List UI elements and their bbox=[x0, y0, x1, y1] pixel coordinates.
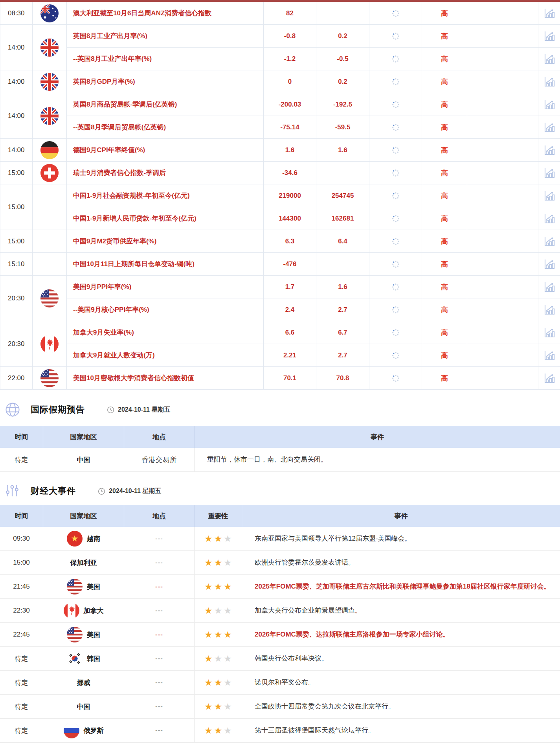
chart-cell bbox=[538, 344, 560, 366]
econ-calendar-row: 中国9月M2货币供应年率(%) 6.3 6.4 高 bbox=[67, 230, 560, 252]
star-filled-icon: ★ bbox=[214, 558, 222, 567]
econ-event-name[interactable]: 英国8月商品贸易帐-季调后(亿英镑) bbox=[67, 93, 264, 116]
event-description: 全国政协十四届常委会第九次会议在北京举行。 bbox=[242, 695, 560, 718]
event-location: --- bbox=[124, 719, 195, 742]
empty-cell bbox=[467, 162, 538, 184]
chart-cell bbox=[538, 207, 560, 230]
tune-sliders-icon bbox=[5, 483, 20, 499]
econ-calendar-group: 15:00 中国9月M2货币供应年率(%) 6.3 6.4 高 bbox=[0, 230, 560, 253]
loading-spinner-icon bbox=[391, 123, 400, 132]
econ-event-name[interactable]: 加拿大9月就业人数变动(万) bbox=[67, 344, 264, 366]
spinner-cell bbox=[369, 184, 422, 207]
bar-chart-icon[interactable] bbox=[543, 303, 556, 317]
spinner-cell bbox=[369, 344, 422, 366]
econ-event-name[interactable]: --美国9月核心PPI年率(%) bbox=[67, 298, 264, 321]
importance-badge: 高 bbox=[422, 162, 467, 184]
forecast-value: 0.2 bbox=[316, 25, 369, 47]
event-description: 2025年FOMC票委、芝加哥联储主席古尔斯比和美联储理事鲍曼参加第18届社区银… bbox=[242, 575, 560, 598]
econ-event-name[interactable]: 美国10月密歇根大学消费者信心指数初值 bbox=[67, 367, 264, 389]
flag-cell bbox=[33, 276, 67, 321]
actual-value: 0 bbox=[264, 70, 316, 93]
empty-cell bbox=[467, 48, 538, 70]
econ-calendar-row: 德国9月CPI年率终值(%) 1.6 1.6 高 bbox=[67, 139, 560, 161]
bar-chart-icon[interactable] bbox=[543, 258, 556, 271]
flag-cell bbox=[33, 184, 67, 230]
event-row: 09:30 越南 --- ★★★ 东南亚国家与美国领导人举行第12届东盟-美国峰… bbox=[0, 527, 560, 551]
event-time: 15:00 bbox=[0, 551, 43, 574]
date-text: 2024-10-11 星期五 bbox=[109, 487, 161, 495]
forecast-value: -192.5 bbox=[316, 93, 369, 116]
flag-cell bbox=[33, 25, 67, 70]
header-time: 时间 bbox=[0, 505, 43, 527]
bar-chart-icon[interactable] bbox=[543, 280, 556, 294]
econ-time: 08:30 bbox=[0, 2, 33, 24]
econ-calendar-row: 加拿大9月就业人数变动(万) 2.21 2.7 高 bbox=[67, 344, 560, 366]
econ-event-name[interactable]: 英国8月GDP月率(%) bbox=[67, 70, 264, 93]
econ-calendar-group: 14:00 英国8月商品贸易帐-季调后(亿英镑) -200.03 -192.5 … bbox=[0, 93, 560, 139]
bar-chart-icon[interactable] bbox=[543, 52, 556, 66]
forecast-value: 2.7 bbox=[316, 298, 369, 321]
flag-australia-icon bbox=[40, 4, 59, 22]
econ-event-name[interactable]: 中国10月11日上期所每日仓单变动-铜(吨) bbox=[67, 253, 264, 275]
econ-calendar-group: 14:00 英国8月工业产出月率(%) -0.8 0.2 高 --英国8月工业产… bbox=[0, 25, 560, 70]
spinner-cell bbox=[369, 230, 422, 252]
econ-event-name[interactable]: 澳大利亚截至10月6日当周ANZ消费者信心指数 bbox=[67, 2, 264, 24]
forecast-value: 70.8 bbox=[316, 367, 369, 389]
econ-event-name[interactable]: 中国9月M2货币供应年率(%) bbox=[67, 230, 264, 252]
econ-event-name[interactable]: 中国1-9月社会融资规模-年初至今(亿元) bbox=[67, 184, 264, 207]
bar-chart-icon[interactable] bbox=[543, 326, 556, 339]
bar-chart-icon[interactable] bbox=[543, 144, 556, 157]
econ-calendar-row: --美国9月核心PPI年率(%) 2.4 2.7 高 bbox=[67, 298, 560, 321]
empty-cell bbox=[467, 2, 538, 24]
bar-chart-icon[interactable] bbox=[543, 166, 556, 180]
bar-chart-icon[interactable] bbox=[543, 235, 556, 248]
events-section-header: 财经大事件 2024-10-11 星期五 bbox=[5, 483, 560, 499]
bar-chart-icon[interactable] bbox=[543, 75, 556, 88]
holiday-event: 重阳节，休市一日，南、北向交易关闭。 bbox=[195, 448, 560, 471]
bar-chart-icon[interactable] bbox=[543, 189, 556, 202]
bar-chart-icon[interactable] bbox=[543, 349, 556, 362]
flag-uk-icon bbox=[40, 107, 59, 125]
importance-stars: ★★★ bbox=[195, 671, 242, 694]
econ-event-name[interactable]: 中国1-9月新增人民币贷款-年初至今(亿元) bbox=[67, 207, 264, 230]
loading-spinner-icon bbox=[391, 214, 400, 223]
actual-value: 1.6 bbox=[264, 139, 316, 161]
econ-event-name[interactable]: 德国9月CPI年率终值(%) bbox=[67, 139, 264, 161]
flag-cell bbox=[33, 367, 67, 389]
loading-spinner-icon bbox=[391, 169, 400, 177]
econ-calendar-row: 英国8月工业产出月率(%) -0.8 0.2 高 bbox=[67, 25, 560, 47]
spinner-cell bbox=[369, 70, 422, 93]
econ-event-name[interactable]: 瑞士9月消费者信心指数-季调后 bbox=[67, 162, 264, 184]
econ-event-name[interactable]: 美国9月PPI年率(%) bbox=[67, 276, 264, 298]
bar-chart-icon[interactable] bbox=[543, 121, 556, 134]
bar-chart-icon[interactable] bbox=[543, 98, 556, 111]
star-filled-icon: ★ bbox=[204, 558, 213, 567]
events-table-header: 时间 国家地区 地点 重要性 事件 bbox=[0, 505, 560, 527]
econ-event-name[interactable]: --英国8月季调后贸易帐(亿英镑) bbox=[67, 116, 264, 138]
holiday-section-header: 国际假期预告 2024-10-11 星期五 bbox=[5, 401, 560, 418]
event-location: --- bbox=[124, 671, 195, 694]
econ-event-name[interactable]: 加拿大9月失业率(%) bbox=[67, 321, 264, 344]
empty-cell bbox=[467, 184, 538, 207]
event-row: 22:30 加拿大 --- ★★★ 加拿大央行公布企业前景展望调查。 bbox=[0, 599, 560, 623]
importance-badge: 高 bbox=[422, 25, 467, 47]
star-filled-icon: ★ bbox=[214, 702, 222, 711]
events-table: 时间 国家地区 地点 重要性 事件 09:30 越南 --- ★★★ 东南亚国家… bbox=[0, 505, 560, 743]
bar-chart-icon[interactable] bbox=[543, 29, 556, 43]
flag-cell bbox=[33, 139, 67, 161]
econ-calendar-row: 美国10月密歇根大学消费者信心指数初值 70.1 70.8 高 bbox=[67, 367, 560, 389]
star-empty-icon: ★ bbox=[214, 606, 222, 615]
loading-spinner-icon bbox=[391, 146, 400, 155]
econ-event-name[interactable]: 英国8月工业产出月率(%) bbox=[67, 25, 264, 47]
econ-calendar-row: 英国8月GDP月率(%) 0 0.2 高 bbox=[67, 70, 560, 93]
events-section-date: 2024-10-11 星期五 bbox=[98, 487, 161, 495]
flag-usa-icon bbox=[67, 579, 83, 594]
actual-value: -1.2 bbox=[264, 48, 316, 70]
econ-event-name[interactable]: --英国8月工业产出年率(%) bbox=[67, 48, 264, 70]
actual-value: 144300 bbox=[264, 207, 316, 230]
bar-chart-icon[interactable] bbox=[543, 372, 556, 385]
bar-chart-icon[interactable] bbox=[543, 212, 556, 225]
event-row: 待定 挪威 --- ★★★ 诺贝尔和平奖公布。 bbox=[0, 671, 560, 695]
flag-cell bbox=[33, 253, 67, 275]
bar-chart-icon[interactable] bbox=[543, 7, 556, 20]
